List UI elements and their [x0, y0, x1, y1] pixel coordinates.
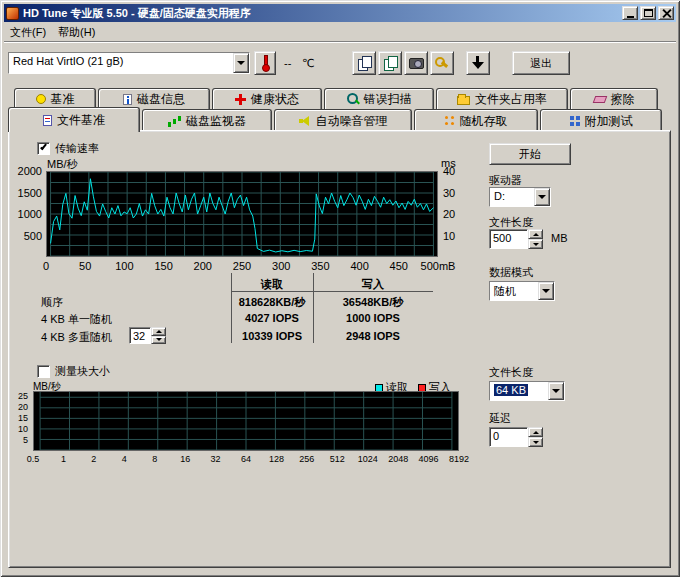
drive-label: 驱动器: [489, 173, 522, 188]
y-axis-right-ticks: 40302010: [440, 171, 480, 257]
transfer-rate-checkbox[interactable]: 传输速率: [37, 141, 99, 156]
file-benchmark-icon: [43, 115, 52, 126]
drive-select-arrow[interactable]: [233, 53, 249, 73]
screenshot-button[interactable]: [404, 51, 428, 75]
tab-extra-tests[interactable]: 附加测试: [540, 109, 662, 132]
magnifier-icon: [347, 93, 359, 105]
y-axis-left-ticks: 252015105: [9, 391, 30, 451]
tab-error-scan[interactable]: 错误扫描: [324, 88, 434, 109]
queue-depth-value[interactable]: 32: [129, 327, 151, 344]
tab-disk-monitor[interactable]: 磁盘监视器: [142, 109, 272, 132]
copy-image-icon: [384, 56, 397, 70]
down-arrow-icon: [533, 243, 539, 246]
queue-depth-stepper[interactable]: 32: [129, 327, 166, 344]
temperature-button[interactable]: [254, 51, 276, 75]
tab-label: 附加测试: [585, 113, 633, 130]
keys-button[interactable]: [430, 51, 454, 75]
tab-file-benchmark[interactable]: 文件基准: [8, 107, 140, 132]
table-cell-write: 1000 IOPS: [313, 312, 433, 324]
stepper-up-button[interactable]: [151, 327, 166, 336]
menu-bar: 文件(F) 帮助(H): [4, 23, 676, 41]
chevron-down-icon: [552, 389, 560, 393]
camera-icon: [409, 58, 424, 69]
app-icon: [6, 7, 19, 20]
table-cell-read: 818628KB/秒: [231, 295, 313, 310]
stepper-down-button[interactable]: [528, 239, 543, 249]
thermometer-icon: [261, 55, 269, 72]
tab-aam[interactable]: 自动噪音管理: [274, 109, 412, 132]
drive-select[interactable]: Red Hat VirtIO (21 gB): [8, 52, 250, 74]
data-mode-value: 随机: [490, 282, 538, 300]
checkbox-box[interactable]: [37, 365, 50, 378]
save-results-button[interactable]: [466, 51, 490, 75]
drive-dropdown[interactable]: D:: [489, 187, 551, 207]
minimize-button[interactable]: [622, 6, 638, 20]
tab-health[interactable]: 健康状态: [212, 88, 322, 109]
delay-label: 延迟: [489, 411, 511, 426]
table-row-label: 4 KB 单一随机: [41, 312, 112, 327]
stepper-down-button[interactable]: [151, 336, 166, 345]
drive-dropdown-value: D:: [490, 188, 534, 206]
x-axis-ticks: 050100150200250300350400450500mB: [46, 260, 438, 274]
file-length-value[interactable]: 500: [489, 229, 528, 249]
bulb-icon: [36, 94, 46, 104]
file-length-unit: MB: [551, 232, 568, 244]
block-length-value: 64 KB: [494, 384, 528, 396]
exit-button[interactable]: 退出: [512, 51, 570, 75]
hdtune-window: HD Tune 专业版 5.50 - 硬盘/固态硬盘实用程序 文件(F) 帮助(…: [0, 0, 680, 577]
tab-benchmark[interactable]: 基准: [14, 88, 96, 109]
data-mode-arrow[interactable]: [538, 282, 554, 300]
tab-label: 健康状态: [251, 91, 299, 108]
temperature-unit: ℃: [302, 57, 314, 70]
chevron-down-icon: [237, 61, 245, 65]
menu-file[interactable]: 文件(F): [4, 24, 52, 41]
up-arrow-icon: [156, 330, 162, 333]
up-arrow-icon: [533, 431, 539, 434]
stepper-up-button[interactable]: [528, 229, 543, 239]
chevron-down-icon: [542, 289, 550, 293]
stepper-down-button[interactable]: [528, 437, 543, 447]
file-length-stepper[interactable]: 500: [489, 229, 543, 249]
delay-value[interactable]: 0: [489, 427, 528, 447]
block-length-arrow[interactable]: [548, 382, 564, 400]
measure-block-size-checkbox[interactable]: 测量块大小: [37, 364, 110, 379]
tab-label: 擦除: [611, 91, 635, 108]
delay-stepper[interactable]: 0: [489, 427, 543, 447]
table-row-label: 4 KB 多重随机: [41, 330, 112, 345]
stepper-up-button[interactable]: [528, 427, 543, 437]
menu-help[interactable]: 帮助(H): [52, 24, 101, 41]
down-arrow-icon: [472, 56, 484, 70]
checkbox-box[interactable]: [37, 142, 50, 155]
start-button[interactable]: 开始: [489, 143, 571, 165]
checkbox-label: 传输速率: [55, 141, 99, 156]
table-header-read: 读取: [231, 277, 313, 292]
table-header-write: 写入: [313, 277, 433, 292]
tab-erase[interactable]: 擦除: [570, 88, 658, 109]
tab-disk-info[interactable]: 磁盘信息: [98, 88, 210, 109]
title-bar: HD Tune 专业版 5.50 - 硬盘/固态硬盘实用程序: [4, 4, 676, 22]
tab-random-access[interactable]: 随机存取: [414, 109, 538, 132]
data-mode-dropdown[interactable]: 随机: [489, 281, 555, 301]
file-benchmark-panel: 传输速率 MB/秒 ms 200015001000500 40302010 05…: [8, 130, 671, 568]
drive-dropdown-arrow[interactable]: [534, 188, 550, 206]
block-length-dropdown[interactable]: 64 KB: [489, 381, 565, 401]
y-axis-left-label: MB/秒: [47, 157, 78, 172]
checkbox-label: 测量块大小: [55, 364, 110, 379]
file-length-label: 文件长度: [489, 215, 533, 230]
tab-label: 文件基准: [57, 112, 105, 129]
extra-tests-icon: [570, 116, 580, 126]
block-length-label: 文件长度: [489, 365, 533, 380]
block-size-plot: [33, 391, 459, 451]
tab-folder-usage[interactable]: 文件夹占用率: [436, 88, 568, 109]
maximize-button[interactable]: [640, 6, 656, 20]
copy-button[interactable]: [352, 51, 376, 75]
table-cell-write: 36548KB/秒: [313, 295, 433, 310]
minimize-icon: [627, 16, 634, 18]
health-cross-icon: [235, 94, 246, 105]
table-cell-read: 4027 IOPS: [231, 312, 313, 324]
tab-label: 随机存取: [460, 113, 508, 130]
data-mode-label: 数据模式: [489, 265, 533, 280]
table-row-label: 顺序: [41, 295, 63, 310]
copy-image-button[interactable]: [378, 51, 402, 75]
close-button[interactable]: [658, 6, 674, 20]
